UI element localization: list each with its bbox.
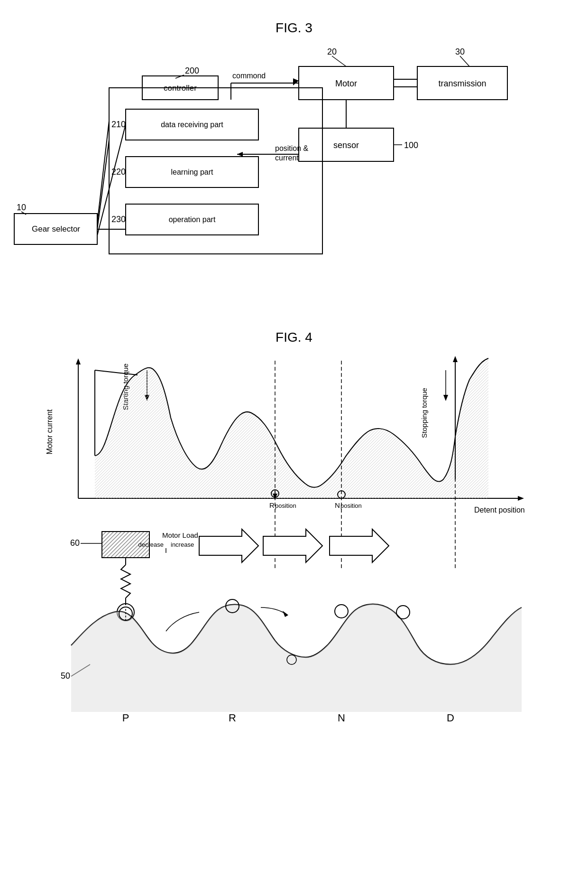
controller-label: controller (164, 84, 197, 93)
decrease-label: decrease (138, 541, 164, 548)
ref-230-label: 230 (111, 215, 126, 224)
sensor-label: sensor (333, 140, 359, 150)
page: FIG. 3 20 30 Motor transmission sensor 1… (0, 0, 588, 878)
controller-outer-box (109, 88, 322, 254)
ref-60-label: 60 (70, 538, 80, 548)
ref-100-label: 100 (404, 140, 418, 150)
position-arrow (237, 152, 243, 157)
r-label: R (229, 712, 236, 724)
arrow-p-r (199, 529, 258, 562)
svg-line-13 (97, 140, 109, 229)
transmission-label: transmission (438, 79, 486, 88)
operation-part-label: operation part (169, 215, 216, 224)
motion-arrow-2-head (283, 611, 288, 617)
fig3-title: FIG. 3 (276, 20, 312, 35)
y-axis-arrow (76, 358, 81, 364)
stopping-torque-label: Stopping torque (420, 388, 428, 438)
fig4-title: FIG. 4 (276, 330, 312, 345)
spring-symbol (121, 565, 130, 598)
d-label: D (447, 712, 454, 724)
gear-selector-label: Gear selector (32, 224, 80, 234)
ball-d (396, 606, 410, 619)
increase-label: increase (171, 541, 194, 548)
ref-210-label: 210 (111, 120, 126, 129)
arrow-r-n (263, 529, 322, 562)
command-label: commond (232, 72, 266, 80)
learning-part-label: learning part (171, 168, 214, 176)
ref-200-label: 200 (185, 66, 199, 75)
ball-n (335, 605, 348, 618)
svg-line-0 (332, 56, 346, 66)
ref-50-label: 50 (61, 671, 70, 681)
svg-line-22 (95, 370, 138, 375)
ref-20-label: 20 (327, 47, 337, 56)
position-current-label2: current (275, 154, 299, 162)
n-position-sub: position (340, 502, 362, 509)
svg-line-15 (97, 121, 109, 223)
motion-arrow-1 (166, 612, 199, 631)
arrow-n-d (330, 529, 389, 562)
position-current-label: position & (275, 144, 309, 152)
p-label: P (122, 712, 129, 724)
ref-30-label: 30 (455, 47, 465, 56)
r-position-label: R (269, 501, 275, 509)
current-curve-fill (95, 358, 488, 498)
svg-line-1 (460, 56, 469, 66)
n-label: N (338, 712, 345, 724)
x-axis-arrow (518, 496, 524, 501)
data-receiving-label: data receiving part (161, 121, 223, 129)
ref-10-label: 10 (17, 203, 26, 212)
motion-arrow-2 (261, 607, 287, 615)
command-arrow (293, 78, 299, 85)
n-position-label: N (335, 501, 340, 509)
r-position-sub: position (275, 502, 296, 509)
motor-load-label: Motor Load (162, 531, 198, 539)
stopping-torque-arrow (443, 395, 448, 401)
detent-position-label: Detent position (474, 506, 525, 514)
motor-label: Motor (335, 79, 357, 88)
motor-current-label: Motor current (46, 409, 54, 455)
